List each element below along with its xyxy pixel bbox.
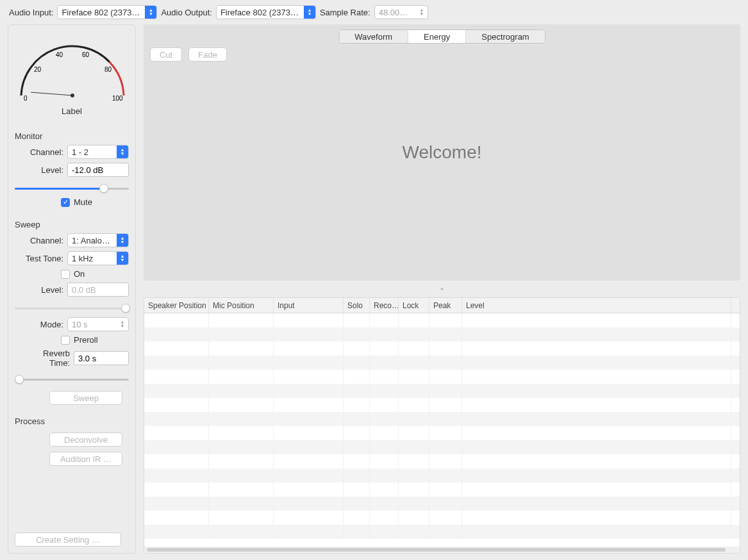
- table-cell: [429, 440, 462, 454]
- table-row[interactable]: [144, 313, 740, 327]
- table-row[interactable]: [144, 482, 740, 497]
- visualization-panel: Waveform Energy Spectrogram Cut Fade Wel…: [144, 24, 740, 281]
- fade-button[interactable]: Fade: [188, 47, 227, 62]
- table-row[interactable]: [144, 440, 740, 454]
- table-row[interactable]: [144, 370, 740, 384]
- cut-button[interactable]: Cut: [150, 47, 182, 62]
- table-row[interactable]: [144, 356, 740, 370]
- table-row[interactable]: [144, 327, 740, 342]
- tab-energy[interactable]: Energy: [408, 30, 466, 43]
- table-cell: [274, 525, 344, 539]
- table-cell: [399, 454, 429, 468]
- table-row[interactable]: [144, 497, 740, 511]
- tab-spectrogram[interactable]: Spectrogram: [466, 30, 544, 43]
- horizontal-scrollbar[interactable]: [144, 547, 740, 553]
- table-cell: [344, 497, 370, 511]
- table-cell: [344, 440, 370, 454]
- table-row[interactable]: [144, 384, 740, 398]
- chevron-updown-icon: ▲▼: [117, 318, 128, 331]
- gauge-tick: 100: [112, 95, 123, 102]
- mode-select[interactable]: 10 s ▲▼: [67, 317, 129, 331]
- table-cell: [344, 384, 370, 398]
- gauge-tick: 60: [82, 51, 90, 58]
- table-cell: [209, 384, 274, 398]
- table-cell: [274, 356, 344, 370]
- sweep-button[interactable]: Sweep: [49, 391, 122, 405]
- sample-rate-select[interactable]: 48.000… ▲▼: [374, 5, 428, 19]
- sweep-title: Sweep: [15, 220, 129, 229]
- table-cell: [429, 356, 462, 370]
- table-cell: [209, 497, 274, 511]
- table-cell: [274, 384, 344, 398]
- testtone-select[interactable]: 1 kHz ▲▼: [67, 251, 129, 265]
- table-cell: [462, 468, 731, 482]
- th-record[interactable]: Reco…: [370, 298, 399, 313]
- monitor-channel-label: Channel:: [22, 147, 63, 157]
- sweep-level-label: Level:: [22, 285, 63, 295]
- audio-output-select[interactable]: Fireface 802 (23737… ▲▼: [216, 5, 316, 19]
- table-cell: [462, 497, 731, 511]
- deconvolve-button[interactable]: Deconvolve: [49, 432, 122, 447]
- table-cell: [370, 327, 399, 342]
- audio-input-select[interactable]: Fireface 802 (23737… ▲▼: [57, 5, 157, 19]
- table-cell: [209, 482, 274, 497]
- on-checkbox[interactable]: [61, 270, 70, 279]
- audition-ir-button[interactable]: Audition IR …: [49, 452, 122, 466]
- table-cell: [429, 511, 462, 525]
- monitor-level-input[interactable]: [67, 163, 129, 177]
- gauge-tick: 40: [56, 51, 63, 58]
- table-cell: [344, 454, 370, 468]
- sweep-level-slider[interactable]: [15, 302, 129, 315]
- table-cell: [429, 384, 462, 398]
- table-cell: [274, 313, 344, 327]
- table-cell: [370, 454, 399, 468]
- th-speaker-position[interactable]: Speaker Position: [144, 298, 209, 313]
- preroll-label: Preroll: [74, 335, 98, 345]
- table-row[interactable]: [144, 454, 740, 468]
- create-setting-button[interactable]: Create Setting …: [15, 532, 121, 547]
- th-solo[interactable]: Solo: [344, 298, 370, 313]
- table-row[interactable]: [144, 511, 740, 525]
- table-cell: [209, 398, 274, 412]
- reverb-time-input[interactable]: [74, 351, 129, 365]
- table-cell: [370, 370, 399, 384]
- table-row[interactable]: [144, 426, 740, 440]
- table-cell: [399, 342, 429, 356]
- th-peak[interactable]: Peak: [429, 298, 462, 313]
- sweep-channel-select[interactable]: 1: Analog 1 ▲▼: [67, 233, 129, 247]
- table-cell: [399, 525, 429, 539]
- table-row[interactable]: [144, 525, 740, 539]
- th-lock[interactable]: Lock: [399, 298, 429, 313]
- level-gauge: 0 20 40 60 80 100 Label: [15, 31, 129, 116]
- channels-table: Speaker Position Mic Position Input Solo…: [144, 297, 740, 554]
- table-cell: [344, 426, 370, 440]
- table-cell: [399, 426, 429, 440]
- th-input[interactable]: Input: [274, 298, 344, 313]
- table-cell: [344, 327, 370, 342]
- table-row[interactable]: [144, 412, 740, 426]
- reverb-slider[interactable]: [15, 373, 129, 386]
- table-row[interactable]: [144, 342, 740, 356]
- table-cell: [209, 468, 274, 482]
- table-row[interactable]: [144, 468, 740, 482]
- table-cell: [344, 398, 370, 412]
- monitor-channel-select[interactable]: 1 - 2 ▲▼: [67, 145, 129, 159]
- table-cell: [344, 356, 370, 370]
- preroll-checkbox[interactable]: [61, 336, 70, 345]
- monitor-level-slider[interactable]: [15, 182, 129, 195]
- svg-point-1: [71, 94, 74, 97]
- sweep-level-input[interactable]: [67, 283, 129, 297]
- table-cell: [274, 511, 344, 525]
- tab-waveform[interactable]: Waveform: [339, 30, 408, 43]
- table-cell: [462, 384, 731, 398]
- mute-checkbox[interactable]: ✓: [61, 198, 70, 207]
- table-cell: [144, 440, 209, 454]
- split-handle[interactable]: ●: [144, 286, 740, 292]
- table-cell: [429, 525, 462, 539]
- th-mic-position[interactable]: Mic Position: [209, 298, 274, 313]
- mode-label: Mode:: [22, 320, 63, 329]
- table-row[interactable]: [144, 398, 740, 412]
- table-cell: [462, 342, 731, 356]
- th-level[interactable]: Level: [462, 298, 731, 313]
- table-cell: [344, 412, 370, 426]
